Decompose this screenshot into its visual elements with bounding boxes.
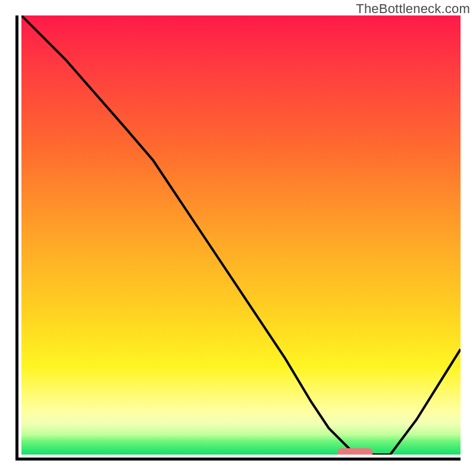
bottleneck-curve-path: [21, 15, 461, 455]
chart-svg: [21, 15, 461, 455]
plot-axes: [15, 15, 461, 461]
bottleneck-chart: TheBottleneck.com: [0, 0, 476, 476]
optimal-range-marker: [337, 448, 372, 455]
watermark-text: TheBottleneck.com: [356, 1, 470, 17]
